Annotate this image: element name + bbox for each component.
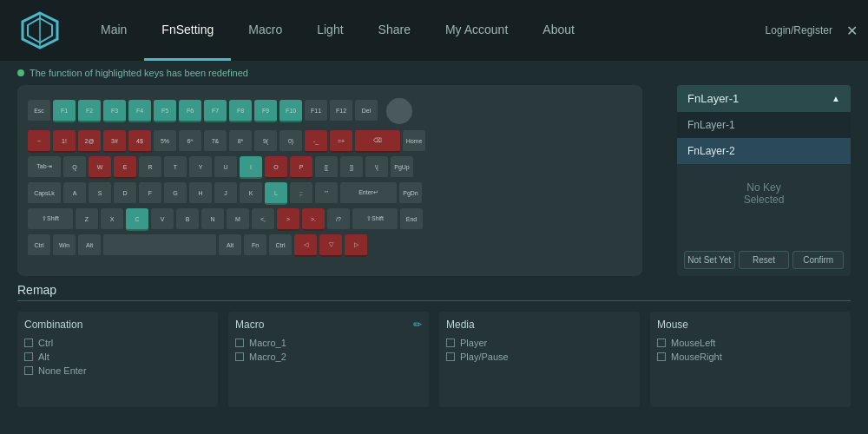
nav-item-fnsetting[interactable]: FnSetting — [144, 0, 231, 61]
login-register-link[interactable]: Login/Register — [766, 24, 832, 36]
key-<,[interactable]: <, — [252, 208, 274, 231]
key-[[[interactable]: [[ — [315, 156, 338, 179]
key-Y[interactable]: Y — [189, 156, 212, 179]
key-Tab⇥[interactable]: Tab⇥ — [28, 156, 61, 179]
alt-checkbox[interactable] — [24, 352, 33, 361]
key-X[interactable]: X — [101, 208, 123, 231]
key-Esc[interactable]: Esc — [28, 100, 50, 122]
key-D[interactable]: D — [114, 182, 136, 205]
nav-item-light[interactable]: Light — [299, 0, 360, 61]
key-F11[interactable]: F11 — [305, 100, 327, 122]
key-⇧Shift[interactable]: ⇧Shift — [28, 208, 73, 231]
close-button[interactable]: ✕ — [846, 23, 858, 39]
key-F8[interactable]: F8 — [229, 100, 252, 122]
key-F7[interactable]: F7 — [204, 100, 227, 122]
nav-item-main[interactable]: Main — [83, 0, 144, 61]
fn-confirm-button[interactable]: Confirm — [792, 251, 844, 269]
key-R[interactable]: R — [139, 156, 161, 179]
key-End[interactable]: End — [400, 208, 423, 231]
key-F3[interactable]: F3 — [103, 100, 126, 122]
key-/?[interactable]: /? — [327, 208, 350, 231]
key-F12[interactable]: F12 — [330, 100, 352, 122]
key-I[interactable]: I — [240, 156, 262, 179]
key-J[interactable]: J — [214, 182, 237, 205]
macro1-checkbox[interactable] — [235, 339, 244, 347]
key-L[interactable]: L — [265, 182, 287, 205]
nav-item-about[interactable]: About — [525, 0, 592, 61]
key--_[interactable]: -_ — [305, 130, 327, 153]
key-5%[interactable]: 5% — [154, 130, 176, 153]
none-enter-checkbox[interactable] — [24, 366, 33, 375]
key-'"[interactable]: '" — [315, 182, 338, 205]
key-3#[interactable]: 3# — [103, 130, 126, 153]
key-P[interactable]: P — [290, 156, 312, 179]
key-]][interactable]: ]] — [340, 156, 363, 179]
key-Ctrl[interactable]: Ctrl — [269, 234, 292, 257]
ctrl-checkbox[interactable] — [24, 339, 33, 347]
key-\|[interactable]: \| — [365, 156, 388, 179]
key-K[interactable]: K — [240, 182, 262, 205]
key-H[interactable]: H — [189, 182, 212, 205]
key-CapsLk[interactable]: CapsLk — [28, 182, 61, 205]
key-Q[interactable]: Q — [63, 156, 86, 179]
key-1![interactable]: 1! — [53, 130, 76, 153]
key-PgDn[interactable]: PgDn — [399, 182, 422, 205]
player-checkbox[interactable] — [446, 339, 455, 347]
key-G[interactable]: G — [164, 182, 187, 205]
key-F4[interactable]: F4 — [128, 100, 151, 122]
key-▽[interactable]: ▽ — [319, 234, 342, 257]
key-Alt[interactable]: Alt — [219, 234, 241, 257]
key-W[interactable]: W — [89, 156, 111, 179]
key-T[interactable]: T — [164, 156, 187, 179]
fn-layer-header[interactable]: FnLayer-1 ▲ — [677, 85, 851, 112]
key-Fn[interactable]: Fn — [244, 234, 266, 257]
key-Del[interactable]: Del — [355, 100, 378, 122]
key-C[interactable]: C — [126, 208, 148, 231]
key-F[interactable]: F — [139, 182, 161, 205]
key-4$[interactable]: 4$ — [128, 130, 151, 153]
playpause-checkbox[interactable] — [446, 352, 455, 361]
fn-layer-item-2[interactable]: FnLayer-2 — [677, 138, 851, 164]
key-◁[interactable]: ◁ — [294, 234, 317, 257]
fn-layer-item-1[interactable]: FnLayer-1 — [677, 112, 851, 138]
fn-layer-toggle[interactable]: ▲ — [832, 94, 840, 103]
key-M[interactable]: M — [227, 208, 249, 231]
key-F5[interactable]: F5 — [154, 100, 176, 122]
nav-item-macro[interactable]: Macro — [231, 0, 299, 61]
key-2@[interactable]: 2@ — [78, 130, 101, 153]
macro2-checkbox[interactable] — [235, 352, 244, 361]
key-=+[interactable]: =+ — [330, 130, 352, 153]
key-;:[interactable]: ;: — [290, 182, 312, 205]
fn-reset-button[interactable]: Reset — [739, 251, 790, 269]
key-⇧Shift[interactable]: ⇧Shift — [352, 208, 398, 231]
key-Ctrl[interactable]: Ctrl — [28, 234, 50, 257]
nav-item-myaccount[interactable]: My Account — [428, 0, 525, 61]
fn-not-set-button[interactable]: Not Set Yet — [684, 251, 735, 269]
key-0)[interactable]: 0) — [279, 130, 302, 153]
key-V[interactable]: V — [151, 208, 174, 231]
key-U[interactable]: U — [214, 156, 237, 179]
key-Z[interactable]: Z — [76, 208, 98, 231]
macro-edit-icon[interactable]: ✏ — [413, 319, 422, 331]
key-Enter↵[interactable]: Enter↵ — [340, 182, 397, 205]
nav-item-share[interactable]: Share — [361, 0, 428, 61]
volume-knob[interactable] — [384, 95, 415, 127]
key-Alt[interactable]: Alt — [78, 234, 101, 257]
key-N[interactable]: N — [201, 208, 224, 231]
key-▷[interactable]: ▷ — [345, 234, 367, 257]
mouseright-checkbox[interactable] — [657, 352, 666, 361]
key-7&[interactable]: 7& — [204, 130, 227, 153]
key-E[interactable]: E — [114, 156, 136, 179]
key-Win[interactable]: Win — [53, 234, 76, 257]
key-⌫[interactable]: ⌫ — [355, 130, 400, 153]
key-A[interactable]: A — [63, 182, 86, 205]
key-PgUp[interactable]: PgUp — [391, 156, 413, 179]
key-S[interactable]: S — [89, 182, 111, 205]
key-3[interactable] — [103, 234, 216, 257]
key-~[interactable]: ~ — [28, 130, 50, 153]
key-F9[interactable]: F9 — [254, 100, 277, 122]
key-O[interactable]: O — [265, 156, 287, 179]
mouseleft-checkbox[interactable] — [657, 339, 666, 347]
key-F10[interactable]: F10 — [279, 100, 302, 122]
key-Home[interactable]: Home — [403, 130, 425, 153]
